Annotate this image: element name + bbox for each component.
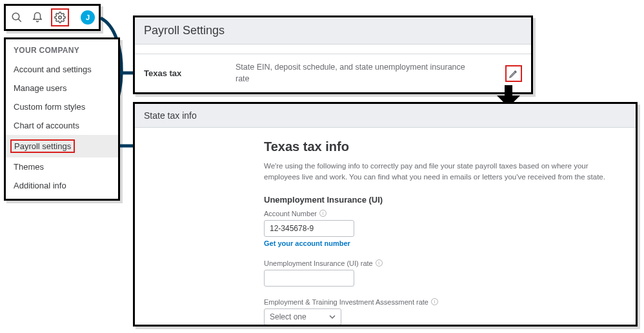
info-icon[interactable]: i bbox=[431, 298, 438, 305]
menu-item-custom-form-styles[interactable]: Custom form styles bbox=[6, 97, 118, 116]
account-number-field: Account Number i Get your account number bbox=[264, 210, 507, 248]
info-icon[interactable]: i bbox=[319, 210, 327, 217]
menu-item-chart-of-accounts[interactable]: Chart of accounts bbox=[6, 116, 118, 135]
menu-item-themes[interactable]: Themes bbox=[6, 157, 118, 176]
payroll-row-name: Texas tax bbox=[144, 68, 228, 78]
menu-item-manage-users[interactable]: Manage users bbox=[6, 79, 118, 97]
account-number-input[interactable] bbox=[264, 220, 354, 237]
etia-field: Employment & Training Investment Assessm… bbox=[264, 298, 507, 325]
ui-rate-label: Unemployment Insurance (UI) rate bbox=[264, 259, 373, 267]
etia-label: Employment & Training Investment Assessm… bbox=[264, 298, 428, 306]
state-tax-header: State tax info bbox=[135, 104, 636, 128]
menu-item-additional-info[interactable]: Additional info bbox=[6, 176, 118, 195]
gear-icon[interactable] bbox=[53, 10, 67, 25]
top-icon-bar: J bbox=[4, 4, 101, 31]
info-icon[interactable]: i bbox=[376, 259, 383, 267]
svg-line-1 bbox=[18, 19, 21, 22]
get-account-number-link[interactable]: Get your account number bbox=[264, 239, 350, 247]
payroll-row-texas-tax: Texas tax State EIN, deposit schedule, a… bbox=[135, 54, 531, 92]
pencil-icon bbox=[508, 68, 519, 79]
menu-item-payroll-settings-label: Payroll settings bbox=[10, 139, 75, 153]
ui-rate-input[interactable] bbox=[264, 270, 354, 287]
chevron-down-icon bbox=[329, 314, 336, 320]
search-icon[interactable] bbox=[10, 10, 24, 25]
etia-select-value: Select one bbox=[270, 312, 307, 321]
payroll-row-desc: State EIN, deposit schedule, and state u… bbox=[236, 62, 498, 85]
avatar[interactable]: J bbox=[81, 10, 95, 25]
bell-icon[interactable] bbox=[30, 10, 45, 25]
account-number-label: Account Number bbox=[264, 210, 317, 217]
state-tax-intro: We're using the following info to correc… bbox=[264, 161, 623, 183]
payroll-settings-title: Payroll Settings bbox=[135, 17, 531, 45]
company-menu-heading: YOUR COMPANY bbox=[6, 46, 118, 60]
ui-rate-field: Unemployment Insurance (UI) rate i bbox=[264, 259, 507, 287]
company-menu: YOUR COMPANY Account and settings Manage… bbox=[4, 37, 120, 201]
menu-item-payroll-settings[interactable]: Payroll settings bbox=[6, 135, 118, 157]
payroll-settings-panel: Payroll Settings Texas tax State EIN, de… bbox=[133, 15, 533, 94]
gear-icon-highlight bbox=[51, 8, 69, 26]
state-tax-panel: State tax info Texas tax info We're usin… bbox=[133, 102, 638, 327]
etia-select[interactable]: Select one bbox=[264, 308, 341, 325]
ui-section-heading: Unemployment Insurance (UI) bbox=[264, 195, 507, 205]
state-tax-title: Texas tax info bbox=[264, 139, 507, 154]
edit-button[interactable] bbox=[505, 65, 522, 82]
svg-point-2 bbox=[59, 16, 62, 19]
menu-item-account-settings[interactable]: Account and settings bbox=[6, 60, 118, 79]
svg-point-0 bbox=[12, 13, 19, 20]
